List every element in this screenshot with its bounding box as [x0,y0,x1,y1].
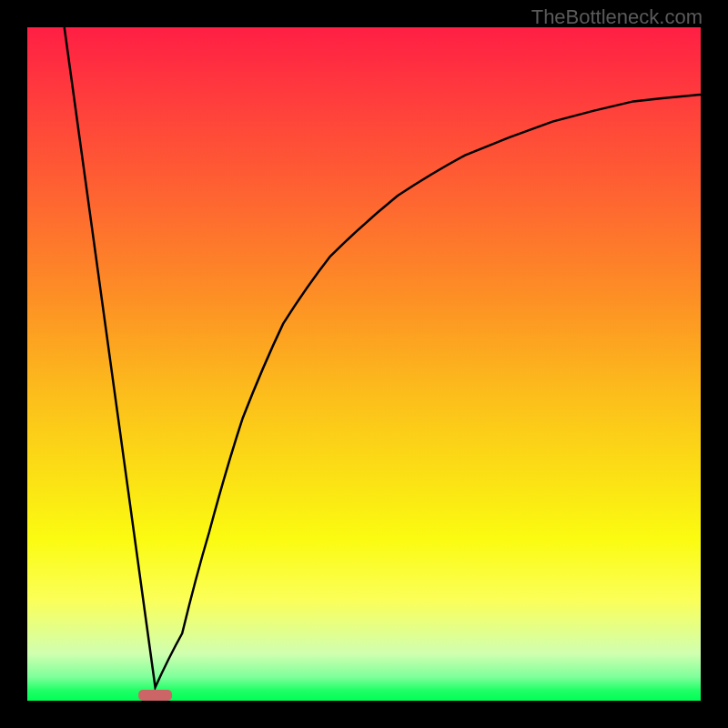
chart-svg [0,0,728,728]
chart-container [0,0,728,728]
plot-background [27,27,701,701]
min-marker [138,690,172,701]
watermark-text: TheBottleneck.com [531,5,703,29]
